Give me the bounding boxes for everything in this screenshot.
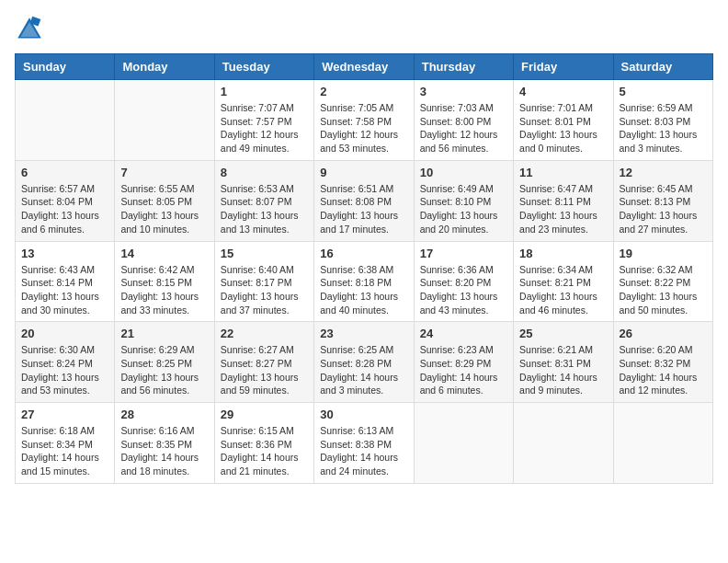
day-info: Sunrise: 7:01 AM Sunset: 8:01 PM Dayligh… bbox=[519, 101, 607, 155]
day-number: 22 bbox=[221, 327, 308, 340]
day-info: Sunrise: 6:16 AM Sunset: 8:35 PM Dayligh… bbox=[120, 424, 208, 478]
page-header bbox=[15, 15, 713, 44]
day-number: 5 bbox=[620, 85, 707, 98]
header-day-friday: Friday bbox=[514, 54, 613, 80]
calendar-cell: 2Sunrise: 7:05 AM Sunset: 7:58 PM Daylig… bbox=[314, 80, 414, 161]
day-number: 2 bbox=[320, 85, 407, 98]
day-number: 7 bbox=[120, 166, 208, 179]
day-info: Sunrise: 6:57 AM Sunset: 8:04 PM Dayligh… bbox=[21, 182, 108, 236]
day-info: Sunrise: 6:21 AM Sunset: 8:31 PM Dayligh… bbox=[519, 343, 607, 397]
calendar-cell: 4Sunrise: 7:01 AM Sunset: 8:01 PM Daylig… bbox=[514, 80, 613, 161]
day-number: 29 bbox=[221, 408, 308, 421]
calendar-cell: 13Sunrise: 6:43 AM Sunset: 8:14 PM Dayli… bbox=[16, 241, 115, 322]
header-day-wednesday: Wednesday bbox=[314, 54, 414, 80]
calendar-cell: 1Sunrise: 7:07 AM Sunset: 7:57 PM Daylig… bbox=[214, 80, 313, 161]
calendar-cell: 28Sunrise: 6:16 AM Sunset: 8:35 PM Dayli… bbox=[115, 403, 214, 484]
week-row-5: 27Sunrise: 6:18 AM Sunset: 8:34 PM Dayli… bbox=[16, 403, 713, 484]
day-number: 21 bbox=[120, 327, 208, 340]
day-number: 11 bbox=[519, 166, 607, 179]
calendar-cell: 15Sunrise: 6:40 AM Sunset: 8:17 PM Dayli… bbox=[214, 241, 313, 322]
calendar-cell: 5Sunrise: 6:59 AM Sunset: 8:03 PM Daylig… bbox=[613, 80, 712, 161]
day-number: 20 bbox=[21, 327, 108, 340]
calendar-cell: 20Sunrise: 6:30 AM Sunset: 8:24 PM Dayli… bbox=[16, 322, 115, 403]
day-info: Sunrise: 6:23 AM Sunset: 8:29 PM Dayligh… bbox=[420, 343, 507, 397]
calendar-cell: 11Sunrise: 6:47 AM Sunset: 8:11 PM Dayli… bbox=[514, 160, 613, 241]
header-row: SundayMondayTuesdayWednesdayThursdayFrid… bbox=[16, 54, 713, 80]
calendar-cell: 17Sunrise: 6:36 AM Sunset: 8:20 PM Dayli… bbox=[414, 241, 513, 322]
calendar-cell: 26Sunrise: 6:20 AM Sunset: 8:32 PM Dayli… bbox=[613, 322, 712, 403]
calendar-cell bbox=[613, 403, 712, 484]
calendar-cell: 10Sunrise: 6:49 AM Sunset: 8:10 PM Dayli… bbox=[414, 160, 513, 241]
day-number: 17 bbox=[420, 247, 507, 260]
calendar-cell: 21Sunrise: 6:29 AM Sunset: 8:25 PM Dayli… bbox=[115, 322, 214, 403]
calendar-cell bbox=[514, 403, 613, 484]
day-number: 23 bbox=[320, 327, 407, 340]
day-info: Sunrise: 6:18 AM Sunset: 8:34 PM Dayligh… bbox=[21, 424, 108, 478]
day-info: Sunrise: 6:55 AM Sunset: 8:05 PM Dayligh… bbox=[120, 182, 208, 236]
week-row-2: 6Sunrise: 6:57 AM Sunset: 8:04 PM Daylig… bbox=[16, 160, 713, 241]
calendar-cell: 7Sunrise: 6:55 AM Sunset: 8:05 PM Daylig… bbox=[115, 160, 214, 241]
calendar-cell: 18Sunrise: 6:34 AM Sunset: 8:21 PM Dayli… bbox=[514, 241, 613, 322]
calendar-cell: 23Sunrise: 6:25 AM Sunset: 8:28 PM Dayli… bbox=[314, 322, 414, 403]
calendar-cell: 24Sunrise: 6:23 AM Sunset: 8:29 PM Dayli… bbox=[414, 322, 513, 403]
day-info: Sunrise: 6:59 AM Sunset: 8:03 PM Dayligh… bbox=[620, 101, 707, 155]
day-number: 13 bbox=[21, 247, 108, 260]
day-info: Sunrise: 6:43 AM Sunset: 8:14 PM Dayligh… bbox=[21, 263, 108, 317]
day-info: Sunrise: 6:49 AM Sunset: 8:10 PM Dayligh… bbox=[420, 182, 507, 236]
header-day-sunday: Sunday bbox=[16, 54, 115, 80]
day-number: 27 bbox=[21, 408, 108, 421]
header-day-saturday: Saturday bbox=[613, 54, 712, 80]
calendar-cell: 30Sunrise: 6:13 AM Sunset: 8:38 PM Dayli… bbox=[314, 403, 414, 484]
day-info: Sunrise: 6:20 AM Sunset: 8:32 PM Dayligh… bbox=[620, 343, 707, 397]
day-number: 18 bbox=[519, 247, 607, 260]
day-info: Sunrise: 6:13 AM Sunset: 8:38 PM Dayligh… bbox=[320, 424, 407, 478]
header-day-monday: Monday bbox=[115, 54, 214, 80]
header-day-thursday: Thursday bbox=[414, 54, 513, 80]
day-info: Sunrise: 7:03 AM Sunset: 8:00 PM Dayligh… bbox=[420, 101, 507, 155]
day-number: 4 bbox=[519, 85, 607, 98]
week-row-3: 13Sunrise: 6:43 AM Sunset: 8:14 PM Dayli… bbox=[16, 241, 713, 322]
day-number: 16 bbox=[320, 247, 407, 260]
day-info: Sunrise: 6:45 AM Sunset: 8:13 PM Dayligh… bbox=[620, 182, 707, 236]
calendar-cell: 19Sunrise: 6:32 AM Sunset: 8:22 PM Dayli… bbox=[613, 241, 712, 322]
day-info: Sunrise: 6:32 AM Sunset: 8:22 PM Dayligh… bbox=[620, 263, 707, 317]
calendar-cell: 14Sunrise: 6:42 AM Sunset: 8:15 PM Dayli… bbox=[115, 241, 214, 322]
calendar-cell bbox=[414, 403, 513, 484]
day-info: Sunrise: 7:07 AM Sunset: 7:57 PM Dayligh… bbox=[221, 101, 308, 155]
day-number: 19 bbox=[620, 247, 707, 260]
day-info: Sunrise: 6:42 AM Sunset: 8:15 PM Dayligh… bbox=[120, 263, 208, 317]
day-number: 6 bbox=[21, 166, 108, 179]
day-info: Sunrise: 6:27 AM Sunset: 8:27 PM Dayligh… bbox=[221, 343, 308, 397]
calendar-cell: 27Sunrise: 6:18 AM Sunset: 8:34 PM Dayli… bbox=[16, 403, 115, 484]
calendar-cell bbox=[16, 80, 115, 161]
calendar-cell bbox=[115, 80, 214, 161]
calendar-cell: 12Sunrise: 6:45 AM Sunset: 8:13 PM Dayli… bbox=[613, 160, 712, 241]
day-info: Sunrise: 6:40 AM Sunset: 8:17 PM Dayligh… bbox=[221, 263, 308, 317]
day-number: 10 bbox=[420, 166, 507, 179]
day-number: 14 bbox=[120, 247, 208, 260]
day-info: Sunrise: 6:51 AM Sunset: 8:08 PM Dayligh… bbox=[320, 182, 407, 236]
day-number: 8 bbox=[221, 166, 308, 179]
calendar-cell: 8Sunrise: 6:53 AM Sunset: 8:07 PM Daylig… bbox=[214, 160, 313, 241]
calendar: SundayMondayTuesdayWednesdayThursdayFrid… bbox=[15, 53, 713, 484]
day-number: 12 bbox=[620, 166, 707, 179]
day-number: 26 bbox=[620, 327, 707, 340]
calendar-cell: 16Sunrise: 6:38 AM Sunset: 8:18 PM Dayli… bbox=[314, 241, 414, 322]
day-info: Sunrise: 6:30 AM Sunset: 8:24 PM Dayligh… bbox=[21, 343, 108, 397]
calendar-cell: 6Sunrise: 6:57 AM Sunset: 8:04 PM Daylig… bbox=[16, 160, 115, 241]
day-info: Sunrise: 6:34 AM Sunset: 8:21 PM Dayligh… bbox=[519, 263, 607, 317]
calendar-cell: 3Sunrise: 7:03 AM Sunset: 8:00 PM Daylig… bbox=[414, 80, 513, 161]
day-info: Sunrise: 6:25 AM Sunset: 8:28 PM Dayligh… bbox=[320, 343, 407, 397]
day-info: Sunrise: 6:36 AM Sunset: 8:20 PM Dayligh… bbox=[420, 263, 507, 317]
calendar-cell: 22Sunrise: 6:27 AM Sunset: 8:27 PM Dayli… bbox=[214, 322, 313, 403]
logo-icon bbox=[15, 15, 44, 44]
week-row-4: 20Sunrise: 6:30 AM Sunset: 8:24 PM Dayli… bbox=[16, 322, 713, 403]
header-day-tuesday: Tuesday bbox=[214, 54, 313, 80]
calendar-cell: 9Sunrise: 6:51 AM Sunset: 8:08 PM Daylig… bbox=[314, 160, 414, 241]
day-number: 9 bbox=[320, 166, 407, 179]
day-number: 28 bbox=[120, 408, 208, 421]
day-number: 30 bbox=[320, 408, 407, 421]
calendar-cell: 25Sunrise: 6:21 AM Sunset: 8:31 PM Dayli… bbox=[514, 322, 613, 403]
logo bbox=[15, 15, 48, 44]
week-row-1: 1Sunrise: 7:07 AM Sunset: 7:57 PM Daylig… bbox=[16, 80, 713, 161]
